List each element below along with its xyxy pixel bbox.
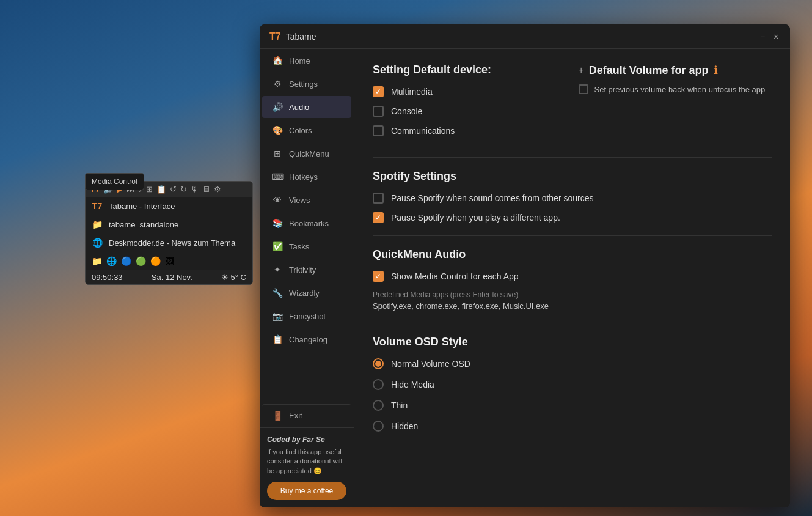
nav-label-changelog: Changelog: [289, 335, 327, 344]
tray-icon-6[interactable]: 🖼: [164, 255, 176, 267]
checkbox-set-prev[interactable]: [579, 84, 588, 94]
predefined-apps: Spotify.exe, chrome.exe, firefox.exe, Mu…: [373, 301, 772, 311]
sidebar-item-audio[interactable]: 🔊 Audio: [262, 96, 351, 118]
radio-label-hide-media: Hide Media: [391, 380, 434, 389]
taskbar-item-deskmodder[interactable]: 🌐 Deskmodder.de - News zum Thema: [86, 234, 252, 252]
nav-label-tasks: Tasks: [289, 242, 309, 251]
check-label-spotify-pause2: Pause Spotify when you play a different …: [391, 213, 560, 223]
radio-row-hidden: Hidden: [373, 421, 772, 432]
minimize-button[interactable]: −: [758, 32, 767, 41]
check-label-media-control: Show Media Control for each App: [391, 271, 519, 281]
radio-label-thin: Thin: [391, 400, 408, 410]
clock-date: Sa. 12 Nov.: [152, 273, 192, 282]
item-icon-t7: T7: [92, 201, 103, 212]
radio-row-thin: Thin: [373, 400, 772, 411]
check-label-spotify-pause1: Pause Spotify when sound comes from othe…: [391, 193, 594, 203]
setting-default-section: Setting Default device: ✓ Multimedia Con…: [373, 64, 566, 145]
checkbox-console[interactable]: [373, 106, 384, 117]
sidebar-item-bookmarks[interactable]: 📚 Bookmarks: [262, 212, 351, 234]
radio-label-normal: Normal Volume OSD: [391, 359, 470, 369]
sidebar-item-tasks[interactable]: ✅ Tasks: [262, 235, 351, 257]
nav-label-wizardly: Wizardly: [289, 289, 320, 298]
sidebar-item-home[interactable]: 🏠 Home: [262, 50, 351, 72]
nav-label-hotkeys: Hotkeys: [289, 172, 318, 182]
check-row-spotify-2: ✓ Pause Spotify when you play a differen…: [373, 212, 772, 223]
fancyshot-icon: 📷: [272, 311, 283, 321]
tasks-icon: ✅: [272, 241, 283, 251]
taskbar-popup: T7 🔊 ▶ ⏭ ♪ ⊞ 📋 ↺ ↻ 🎙 🖥 ⚙ T7 Tabame - Int…: [85, 181, 253, 285]
checkbox-media-control[interactable]: ✓: [373, 271, 384, 282]
checkbox-communications[interactable]: [373, 125, 384, 136]
home-icon: 🏠: [272, 56, 283, 65]
sidebar: 🏠 Home ⚙ Settings 🔊 Audio 🎨 Colors ⊞ Qui…: [260, 49, 354, 507]
sidebar-item-wizardly[interactable]: 🔧 Wizardly: [262, 282, 351, 304]
window-controls: − ×: [758, 32, 780, 41]
main-content: Setting Default device: ✓ Multimedia Con…: [354, 49, 790, 507]
divider-2: [373, 235, 772, 236]
predefined-label: Predefined Media apps (press Enter to sa…: [373, 290, 772, 299]
set-prev-row: Set previous volume back when unfocus th…: [579, 84, 772, 94]
close-button[interactable]: ×: [772, 32, 780, 41]
nav-label-audio: Audio: [289, 103, 309, 112]
item-label-tabame: Tabame - Interface: [109, 202, 175, 211]
clock-weather: ☀ 5° C: [221, 273, 246, 282]
taskbar-item-tabame[interactable]: T7 Tabame - Interface: [86, 197, 252, 215]
sidebar-item-quickmenu[interactable]: ⊞ QuickMenu: [262, 142, 351, 164]
divider-3: [373, 323, 772, 323]
radio-thin[interactable]: [373, 400, 384, 411]
app-logo: T7: [269, 31, 281, 42]
check-label-communications: Communications: [391, 126, 455, 136]
toolbar-icon-monitor[interactable]: 🖥: [202, 185, 210, 194]
checkbox-spotify-pause2[interactable]: ✓: [373, 212, 384, 223]
radio-hide-media[interactable]: [373, 379, 384, 390]
wizardly-icon: 🔧: [272, 288, 283, 298]
sidebar-item-views[interactable]: 👁 Views: [262, 189, 351, 211]
sidebar-item-settings[interactable]: ⚙ Settings: [262, 73, 351, 95]
toolbar-icon-mic[interactable]: 🎙: [191, 185, 199, 194]
check-row-multimedia: ✓ Multimedia: [373, 86, 566, 97]
set-prev-label: Set previous volume back when unfocus th…: [594, 85, 766, 94]
toolbar-icon-gear[interactable]: ⚙: [214, 185, 221, 194]
sidebar-item-changelog[interactable]: 📋 Changelog: [262, 328, 351, 350]
toolbar-icon-reload[interactable]: ↺: [170, 185, 177, 194]
toolbar-icon-cycle[interactable]: ↻: [180, 185, 187, 194]
tray-icon-1[interactable]: 📁: [90, 255, 103, 267]
settings-icon: ⚙: [272, 79, 283, 89]
buy-coffee-button[interactable]: Buy me a coffee: [267, 482, 346, 500]
spotify-section: Spotify Settings Pause Spotify when soun…: [373, 170, 772, 223]
app-body: 🏠 Home ⚙ Settings 🔊 Audio 🎨 Colors ⊞ Qui…: [260, 49, 790, 507]
app-title: Tabame: [286, 32, 758, 42]
check-row-media-control: ✓ Show Media Control for each App: [373, 271, 772, 282]
taskbar-item-standalone[interactable]: 📁 tabame_standalone: [86, 215, 252, 234]
check-label-multimedia: Multimedia: [391, 87, 433, 97]
sidebar-item-exit[interactable]: 🚪 Exit: [262, 404, 351, 427]
divider-1: [373, 157, 772, 158]
toolbar-icon-clip[interactable]: 📋: [156, 185, 166, 194]
sidebar-item-fancyshot[interactable]: 📷 Fancyshot: [262, 305, 351, 327]
trktivity-icon: ✦: [272, 265, 283, 275]
sidebar-item-colors[interactable]: 🎨 Colors: [262, 119, 351, 141]
volume-title: Default Volume for app: [589, 64, 709, 77]
check-row-spotify-1: Pause Spotify when sound comes from othe…: [373, 193, 772, 204]
title-bar: T7 Tabame − ×: [260, 24, 790, 49]
info-icon[interactable]: ℹ: [714, 64, 718, 77]
coded-by-label: Coded by Far Se: [267, 435, 346, 444]
sidebar-item-trktivity[interactable]: ✦ Trktivity: [262, 259, 351, 281]
item-label-deskmodder: Deskmodder.de - News zum Thema: [109, 238, 235, 248]
toolbar-icon-display[interactable]: ⊞: [146, 185, 153, 194]
colors-icon: 🎨: [272, 125, 283, 135]
checkbox-multimedia[interactable]: ✓: [373, 86, 384, 97]
taskbar-clock: 09:50:33 Sa. 12 Nov. ☀ 5° C: [86, 270, 252, 284]
nav-label-settings: Settings: [289, 79, 318, 89]
spotify-title: Spotify Settings: [373, 170, 772, 183]
tray-icon-3[interactable]: 🔵: [120, 255, 132, 267]
tray-icon-4[interactable]: 🟢: [134, 255, 147, 267]
plus-icon: +: [579, 65, 584, 76]
item-icon-folder: 📁: [92, 219, 103, 230]
sidebar-item-hotkeys[interactable]: ⌨ Hotkeys: [262, 166, 351, 188]
radio-normal-osd[interactable]: [373, 358, 384, 369]
tray-icon-2[interactable]: 🌐: [105, 255, 117, 267]
radio-hidden[interactable]: [373, 421, 384, 432]
checkbox-spotify-pause1[interactable]: [373, 193, 384, 204]
tray-icon-5[interactable]: 🟠: [149, 255, 161, 267]
